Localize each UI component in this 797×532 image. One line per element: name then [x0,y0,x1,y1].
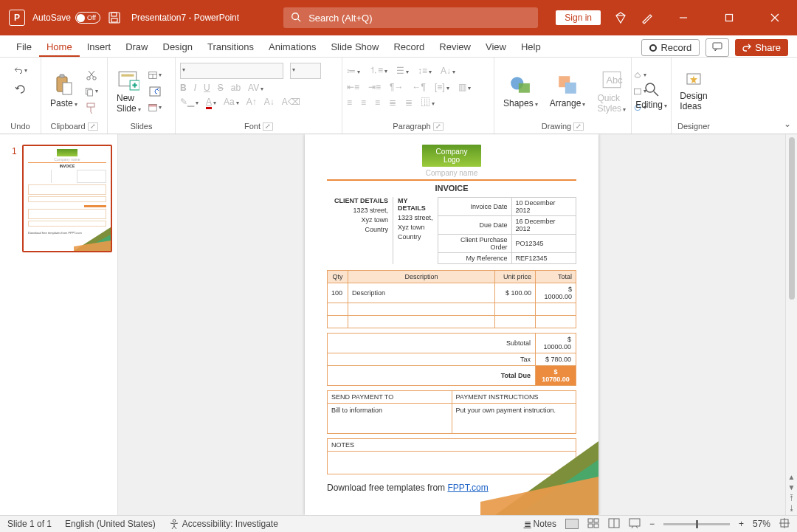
tab-view[interactable]: View [478,37,514,57]
line-spacing-button[interactable]: ↕≡ [418,66,432,76]
close-button[interactable] [759,0,791,35]
clear-format-button[interactable]: A⌫ [282,97,300,107]
redo-button[interactable] [14,83,27,96]
tab-animations[interactable]: Animations [261,37,323,57]
highlight-button[interactable]: ✎▁ [180,97,199,107]
format-painter-button[interactable] [85,101,98,114]
reset-button[interactable] [148,85,162,98]
tab-insert[interactable]: Insert [80,37,119,57]
copy-button[interactable] [85,85,98,98]
slide-editor[interactable]: Company Logo Company name INVOICE CLIENT… [118,134,785,515]
align-text-button[interactable]: [≡] [435,82,449,92]
sort-button[interactable]: A↓ [441,66,455,76]
search-box[interactable]: Search (Alt+Q) [283,7,538,28]
signin-button[interactable]: Sign in [556,10,601,25]
prev-slide-icon[interactable]: ⭱ [788,494,796,502]
drawing-launcher[interactable]: ⤢ [573,122,584,131]
strike-button[interactable]: S [218,83,224,93]
decrease-indent-button[interactable]: ⇤≡ [347,82,359,92]
font-color-button[interactable]: A [206,97,216,107]
design-ideas-button[interactable]: Design Ideas [675,71,711,111]
align-left-button[interactable]: ≡ [347,97,352,108]
quick-styles-button[interactable]: Abc Quick Styles [593,69,630,114]
tab-design[interactable]: Design [156,37,200,57]
shapes-button[interactable]: Shapes [499,74,542,108]
diamond-icon[interactable] [614,11,627,24]
slideshow-view-button[interactable] [629,518,641,531]
thumb-number: 1 [12,146,17,156]
underline-button[interactable]: U [204,83,210,93]
font-launcher[interactable]: ⤢ [263,122,273,131]
vertical-scrollbar[interactable]: ▲▼ ⭱⭳ [785,134,797,515]
zoom-out-button[interactable]: − [649,519,655,529]
distribute-button[interactable]: ≣ [405,97,413,108]
char-spacing-button[interactable]: AV [248,83,263,93]
zoom-in-button[interactable]: + [739,519,744,529]
zoom-slider[interactable] [663,523,730,525]
share-button[interactable]: Share [735,39,788,56]
layout-button[interactable] [148,69,162,82]
accessibility-indicator[interactable]: Accessibility: Investigate [169,519,278,529]
collapse-ribbon-icon[interactable]: ⌄ [784,119,791,129]
editing-button[interactable]: Editing [631,81,672,110]
tab-home[interactable]: Home [39,37,80,57]
group-clipboard: Paste Clipboard⤢ [41,58,108,134]
scroll-up-icon[interactable]: ▲ [788,473,796,481]
zoom-level[interactable]: 57% [753,519,770,529]
notes-button[interactable]: ≣Notes [524,519,556,529]
tab-record[interactable]: Record [386,37,432,57]
justify-button[interactable]: ≣ [389,97,396,108]
italic-button[interactable]: I [194,83,196,93]
list-level-button[interactable]: ☰ [396,66,409,76]
tab-draw[interactable]: Draw [118,37,155,57]
font-family-combo[interactable] [180,63,283,79]
columns-button[interactable]: ▥ [458,82,471,92]
scroll-thumb[interactable] [789,137,795,300]
increase-indent-button[interactable]: ⇥≡ [368,82,381,92]
numbering-button[interactable]: ⒈≡ [369,64,387,77]
fit-to-window-button[interactable] [779,518,790,531]
slide-indicator[interactable]: Slide 1 of 1 [7,519,52,529]
save-icon[interactable] [108,11,121,24]
next-slide-icon[interactable]: ⭳ [788,504,796,512]
tab-transitions[interactable]: Transitions [200,37,261,57]
undo-button[interactable] [14,63,27,77]
maximize-button[interactable] [713,0,745,35]
new-slide-button[interactable]: New Slide [112,69,145,114]
align-center-button[interactable]: ≡ [361,97,366,108]
scroll-down-icon[interactable]: ▼ [788,483,796,491]
rtl-button[interactable]: ←¶ [412,82,425,92]
slide-canvas[interactable]: Company Logo Company name INVOICE CLIENT… [305,134,598,515]
tab-slideshow[interactable]: Slide Show [323,37,386,57]
paste-button[interactable]: Paste [46,74,82,108]
ltr-button[interactable]: ¶→ [390,82,403,92]
align-right-button[interactable]: ≡ [375,97,380,108]
shadow-button[interactable]: ab [231,83,241,93]
cut-button[interactable] [85,69,98,82]
grow-font-button[interactable]: A↑ [246,97,257,107]
bullets-button[interactable]: ≔ [347,66,360,76]
section-button[interactable] [148,101,162,114]
font-size-combo[interactable] [290,63,321,79]
reading-view-button[interactable] [608,518,620,531]
arrange-button[interactable]: Arrange [545,74,590,108]
pen-sparkle-icon[interactable] [641,11,654,24]
slide-thumbnail-1[interactable]: Company name INVOICE Download free templ… [22,145,112,252]
tab-review[interactable]: Review [432,37,478,57]
language-indicator[interactable]: English (United States) [65,519,156,529]
clipboard-launcher[interactable]: ⤢ [88,122,98,131]
tab-file[interactable]: File [9,37,39,57]
autosave-label: AutoSave [32,13,71,23]
shrink-font-button[interactable]: A↓ [264,97,275,107]
change-case-button[interactable]: Aa [224,97,239,107]
sorter-view-button[interactable] [587,518,599,531]
bold-button[interactable]: B [180,83,187,93]
paragraph-launcher[interactable]: ⤢ [433,122,444,131]
record-button[interactable]: Record [641,39,700,56]
normal-view-button[interactable] [565,519,579,529]
tab-help[interactable]: Help [514,37,548,57]
minimize-button[interactable] [667,0,700,35]
comments-button[interactable] [705,38,729,57]
smartart-button[interactable]: ⿲ [421,97,435,108]
autosave-toggle[interactable]: AutoSave Off [32,12,100,24]
